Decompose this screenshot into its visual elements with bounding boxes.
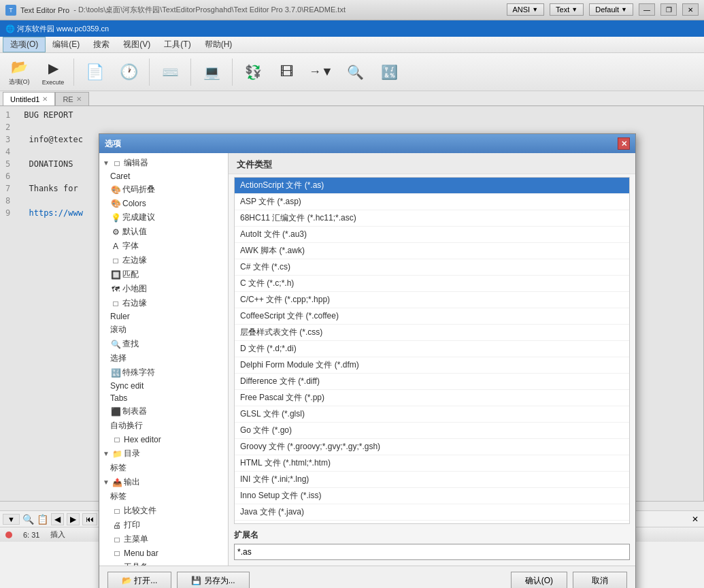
tree-scroll-label: 滚动: [110, 324, 225, 336]
default-button[interactable]: Default ▼: [589, 3, 633, 16]
tree-editor-root[interactable]: ▼ □ 编辑器: [99, 156, 228, 170]
menu-tools[interactable]: 工具(T): [157, 37, 197, 52]
filetype-item[interactable]: GLSL 文件 (*.glsl): [235, 406, 629, 423]
toolbar-new-btn[interactable]: 📄: [78, 56, 111, 88]
tree-ruler[interactable]: Ruler: [99, 310, 228, 323]
tree-code-fold[interactable]: 🎨 代码折叠: [99, 182, 228, 197]
tree-colors[interactable]: 🎨 Colors: [99, 197, 228, 210]
filetype-item[interactable]: Groovy 文件 (*.groovy;*.gvy;*.gy;*.gsh): [235, 439, 629, 455]
filetype-item[interactable]: Free Pascal 文件 (*.pp): [235, 390, 629, 406]
tree-print[interactable]: 🖨 打印: [99, 518, 228, 532]
filetype-item[interactable]: 68HC11 汇编文件 (*.hc11;*.asc): [235, 210, 629, 227]
toolbar-option-label: 选项(O): [9, 78, 30, 86]
toolbar-terminal-btn[interactable]: 💻: [195, 56, 228, 88]
dialog-close-button[interactable]: ✕: [618, 137, 630, 150]
tab-untitled1[interactable]: Untitled1 ✕: [3, 92, 55, 105]
tab-bar: Untitled1 ✕ RE ✕: [0, 91, 704, 106]
menu-option[interactable]: 选项(O): [3, 37, 46, 52]
filetype-item[interactable]: 层叠样式表文件 (*.css): [235, 325, 629, 341]
tree-word-wrap[interactable]: 自动换行: [99, 419, 228, 433]
tree-select[interactable]: 选择: [99, 351, 228, 365]
tree-left-margin[interactable]: □ 左边缘: [99, 253, 228, 267]
filetype-item[interactable]: CoffeeScript 文件 (*.coffee): [235, 308, 629, 325]
tree-font[interactable]: A 字体: [99, 239, 228, 253]
cancel-button[interactable]: 取消: [573, 572, 627, 588]
hex-icon: □: [112, 434, 122, 445]
tree-output-root[interactable]: ▼ 📤 输出: [99, 475, 228, 489]
menu-help[interactable]: 帮助(H): [198, 37, 239, 52]
toolbar-special-btn[interactable]: 🔣: [373, 56, 405, 88]
tab-readme[interactable]: RE ✕: [55, 92, 88, 105]
tree-match[interactable]: 🔲 匹配: [99, 267, 228, 282]
nav-next-btn[interactable]: ▶: [67, 513, 80, 525]
filetype-item[interactable]: Inno Setup 文件 (*.iss): [235, 488, 629, 504]
filetype-item[interactable]: INI 文件 (*.ini;*.lng): [235, 472, 629, 488]
toolbar-currency-btn[interactable]: 💱: [237, 56, 269, 88]
ansi-button[interactable]: ANSI ▼: [507, 3, 545, 16]
close-button[interactable]: ✕: [682, 3, 699, 16]
text-button[interactable]: Text ▼: [550, 3, 584, 16]
clock-icon: 🕐: [119, 63, 138, 82]
nav-first-btn[interactable]: ⏮: [82, 513, 97, 525]
tree-defaults[interactable]: ⚙ 默认值: [99, 225, 228, 239]
filetype-item[interactable]: Difference 文件 (*.diff): [235, 374, 629, 390]
filetype-list[interactable]: ActionScript 文件 (*.as)ASP 文件 (*.asp)68HC…: [234, 177, 630, 524]
tree-sync-edit[interactable]: Sync edit: [99, 380, 228, 392]
filetype-item[interactable]: D 文件 (*.d;*.di): [235, 341, 629, 357]
filetype-item[interactable]: C 文件 (*.c;*.h): [235, 276, 629, 292]
zoom-icon[interactable]: 🔍: [22, 514, 34, 525]
tree-directory-root[interactable]: ▼ 📁 目录: [99, 446, 228, 461]
filetype-item[interactable]: HTML 文件 (*.html;*.htm): [235, 455, 629, 472]
restore-button[interactable]: ❐: [660, 3, 677, 16]
menu-search[interactable]: 搜索: [86, 37, 116, 52]
tree-tabulator[interactable]: ⬛ 制表器: [99, 404, 228, 419]
filetype-item[interactable]: C# 文件 (*.cs): [235, 259, 629, 276]
tree-out-tag[interactable]: 标签: [99, 489, 228, 504]
tab-readme-close[interactable]: ✕: [76, 95, 82, 103]
tree-compare[interactable]: □ 比较文件: [99, 504, 228, 518]
tree-dir-tag[interactable]: 标签: [99, 461, 228, 475]
copy-icon[interactable]: 📋: [37, 514, 48, 525]
toolbar-film-btn[interactable]: 🎞: [271, 56, 303, 88]
tab-untitled1-close[interactable]: ✕: [42, 95, 48, 103]
tree-scroll[interactable]: 滚动: [99, 323, 228, 337]
toolbar-search-btn[interactable]: 🔍: [339, 56, 371, 88]
tree-minimap[interactable]: 🗺 小地图: [99, 282, 228, 296]
tree-tabs[interactable]: Tabs: [99, 392, 228, 404]
filetype-item[interactable]: AWK 脚本 (*.awk): [235, 243, 629, 259]
tree-find[interactable]: 🔍 查找: [99, 337, 228, 351]
toolbar-option-btn[interactable]: 📂 选项(O): [3, 56, 35, 88]
tree-menu-bar[interactable]: □ Menu bar: [99, 546, 228, 560]
filetype-item[interactable]: Delphi Form Module 文件 (*.dfm): [235, 357, 629, 374]
menu-view[interactable]: 视图(V): [116, 37, 157, 52]
tree-special-char[interactable]: 🔣 特殊字符: [99, 365, 228, 380]
close-bottom-icon[interactable]: ✕: [692, 514, 699, 524]
zoom-dropdown[interactable]: ▼: [3, 514, 20, 525]
tree-main-menu[interactable]: □ 主菜单: [99, 532, 228, 546]
toolbar-execute-btn[interactable]: ▶ Execute: [37, 56, 69, 88]
filetype-item[interactable]: ActionScript 文件 (*.as): [235, 178, 629, 194]
save-as-button[interactable]: 💾 另存为...: [177, 572, 249, 588]
tree-tool-bar[interactable]: □ 工具条: [99, 560, 228, 566]
tree-caret[interactable]: Caret: [99, 170, 228, 182]
confirm-button[interactable]: 确认(O): [511, 572, 567, 588]
tree-hex-editor[interactable]: □ Hex editor: [99, 433, 228, 446]
dir-expand-icon: ▼: [102, 450, 110, 458]
filetype-item[interactable]: AutoIt 文件 (*.au3): [235, 227, 629, 243]
toolbar-clock-btn[interactable]: 🕐: [112, 56, 145, 88]
minimize-button[interactable]: —: [639, 3, 655, 16]
special-icon: 🔣: [380, 63, 399, 82]
toolbar-arrow-btn[interactable]: →▼: [305, 56, 337, 88]
nav-prev-btn[interactable]: ◀: [51, 513, 64, 525]
filetype-item[interactable]: Go 文件 (*.go): [235, 423, 629, 439]
menu-edit[interactable]: 编辑(E): [46, 37, 86, 52]
filetype-item[interactable]: JavaScript 文件 (*.js): [235, 521, 629, 524]
tree-right-margin[interactable]: □ 右边缘: [99, 296, 228, 310]
extension-input[interactable]: [234, 544, 630, 560]
toolbar-keyboard-btn[interactable]: ⌨️: [154, 56, 186, 88]
tree-suggestions[interactable]: 💡 完成建议: [99, 210, 228, 225]
filetype-item[interactable]: Java 文件 (*.java): [235, 504, 629, 521]
filetype-item[interactable]: C/C++ 文件 (*.cpp;*.hpp): [235, 292, 629, 308]
filetype-item[interactable]: ASP 文件 (*.asp): [235, 194, 629, 210]
open-button[interactable]: 📂 打开...: [107, 572, 171, 588]
